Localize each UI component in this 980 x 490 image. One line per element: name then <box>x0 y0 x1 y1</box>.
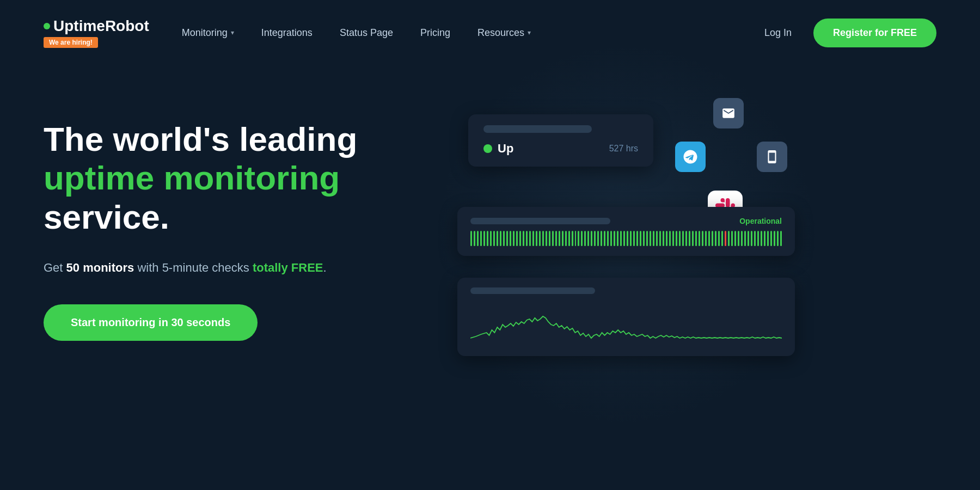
logo-dot <box>44 23 50 29</box>
monitor-status-row: Up 527 hrs <box>483 142 638 156</box>
uptime-bar <box>572 231 573 246</box>
uptime-bar <box>614 231 615 246</box>
logo[interactable]: UptimeRobot <box>44 17 149 35</box>
uptime-bar <box>682 231 684 246</box>
uptime-bar <box>734 231 736 246</box>
uptime-bar <box>630 231 632 246</box>
monitor-up-card: Up 527 hrs <box>468 114 653 167</box>
uptime-bar <box>666 231 667 246</box>
uptime-bar <box>715 231 716 246</box>
uptime-bar <box>767 231 769 246</box>
uptime-bar <box>503 231 505 246</box>
status-label: Up <box>498 142 513 156</box>
uptime-bar <box>510 231 511 246</box>
hiring-badge[interactable]: We are hiring! <box>44 37 98 48</box>
uptime-bar <box>770 231 772 246</box>
email-icon <box>713 98 744 128</box>
uptime-bar <box>718 231 720 246</box>
uptime-bar <box>692 231 694 246</box>
uptime-bar <box>695 231 697 246</box>
uptime-bar <box>493 231 495 246</box>
phone-icon <box>757 142 787 172</box>
uptime-bar <box>536 231 537 246</box>
uptime-bar <box>591 231 592 246</box>
hero-section: The world's leading uptime monitoring se… <box>0 65 980 490</box>
uptime-bar <box>610 231 612 246</box>
uptime-bar <box>474 231 475 246</box>
uptime-bar <box>702 231 703 246</box>
nav-item-pricing[interactable]: Pricing <box>420 27 450 39</box>
uptime-bar <box>497 231 498 246</box>
uptime-bar <box>513 231 514 246</box>
uptime-bar <box>731 231 733 246</box>
uptime-bar <box>728 231 730 246</box>
chevron-down-icon: ▾ <box>231 29 234 36</box>
hero-content: The world's leading uptime monitoring se… <box>44 98 425 341</box>
uptime-bar <box>708 231 710 246</box>
uptime-bar <box>754 231 756 246</box>
uptime-bar <box>689 231 690 246</box>
uptime-bar <box>653 231 654 246</box>
uptime-bar <box>597 231 599 246</box>
uptime-bar <box>748 231 749 246</box>
uptime-bar <box>636 231 638 246</box>
uptime-bar <box>490 231 492 246</box>
status-hours: 527 hrs <box>609 144 638 154</box>
uptime-bars <box>470 231 782 246</box>
uptime-bar <box>516 231 518 246</box>
uptime-bar <box>646 231 648 246</box>
uptime-bar <box>656 231 658 246</box>
uptime-bar <box>526 231 528 246</box>
uptime-bar <box>506 231 508 246</box>
uptime-bar <box>643 231 645 246</box>
nav-item-integrations[interactable]: Integrations <box>261 27 313 39</box>
op-bar-row: Operational <box>470 217 782 225</box>
uptime-bar <box>565 231 567 246</box>
op-bar-placeholder <box>470 218 610 224</box>
uptime-bar <box>623 231 625 246</box>
uptime-bar <box>477 231 479 246</box>
uptime-bar <box>627 231 628 246</box>
uptime-bar <box>744 231 746 246</box>
uptime-bar <box>519 231 521 246</box>
uptime-bar <box>640 231 641 246</box>
brand-name: UptimeRobot <box>53 17 149 35</box>
cta-button[interactable]: Start monitoring in 30 seconds <box>44 304 258 341</box>
uptime-bar <box>676 231 677 246</box>
uptime-bar <box>532 231 534 246</box>
uptime-bar <box>672 231 674 246</box>
login-button[interactable]: Log In <box>764 27 792 39</box>
uptime-bar <box>581 231 583 246</box>
uptime-bar <box>633 231 635 246</box>
uptime-bar <box>738 231 739 246</box>
monitor-bar-placeholder <box>483 125 592 133</box>
uptime-bar <box>620 231 622 246</box>
nav-item-status-page[interactable]: Status Page <box>340 27 393 39</box>
uptime-bar <box>523 231 524 246</box>
uptime-bar <box>500 231 501 246</box>
uptime-bar <box>604 231 605 246</box>
register-button[interactable]: Register for FREE <box>813 19 936 47</box>
operational-card: Operational <box>457 207 795 256</box>
logo-area[interactable]: UptimeRobot We are hiring! <box>44 17 149 48</box>
nav-actions: Log In Register for FREE <box>764 19 936 47</box>
uptime-bar <box>552 231 554 246</box>
uptime-bar <box>659 231 661 246</box>
uptime-bar <box>751 231 752 246</box>
uptime-bar <box>699 231 700 246</box>
uptime-bar <box>529 231 531 246</box>
nav-item-resources[interactable]: Resources ▾ <box>477 27 531 39</box>
hero-title: The world's leading uptime monitoring se… <box>44 120 425 236</box>
uptime-bar <box>549 231 550 246</box>
uptime-bar <box>539 231 541 246</box>
uptime-bar <box>483 231 485 246</box>
uptime-bar <box>575 231 577 246</box>
uptime-bar <box>607 231 609 246</box>
telegram-icon <box>675 142 706 172</box>
resp-bar-placeholder <box>470 287 595 294</box>
uptime-bar <box>578 231 579 246</box>
uptime-bar <box>470 231 472 246</box>
uptime-bar-red <box>725 231 726 246</box>
uptime-bar <box>764 231 765 246</box>
nav-item-monitoring[interactable]: Monitoring ▾ <box>182 27 234 39</box>
